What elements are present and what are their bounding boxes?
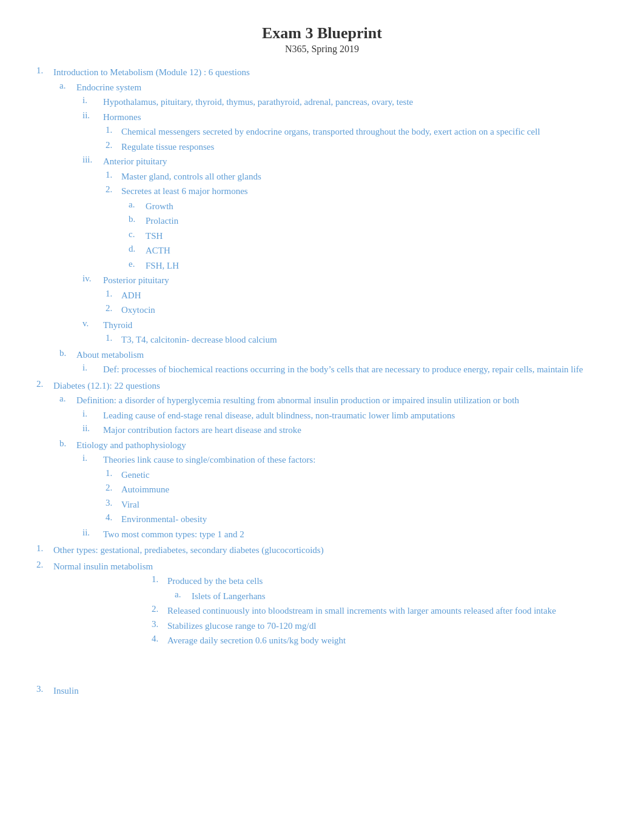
item-2b-i-2: 2. Autoimmune (106, 483, 608, 497)
item-2b-ii: ii. Two most common types: type 1 and 2 (82, 528, 608, 542)
item-1a-i-label: i. (82, 95, 99, 109)
section-1-subsections: a. Endocrine system i. Hypothalamus, pit… (36, 81, 608, 377)
item-1a-iii-2-c: c. TSH (129, 229, 608, 243)
item-1a-i-text: Hypothalamus, pituitary, thyroid, thymus… (103, 95, 608, 109)
item-1a-iii-2-a: a. Growth (129, 200, 608, 213)
subsection-1a-items: i. Hypothalamus, pituitary, thyroid, thy… (59, 95, 608, 347)
standalone-2-2: 2. Released continuously into bloodstrea… (152, 604, 608, 618)
section-1-text: Introduction to Metabolism (Module 12) :… (53, 65, 608, 79)
item-1a-iii-2-b: b. Prolactin (129, 214, 608, 228)
section-1: 1. Introduction to Metabolism (Module 12… (36, 65, 608, 377)
section-3: 3. Insulin (36, 684, 608, 698)
item-1a-ii-label: ii. (82, 110, 99, 124)
item-1a-v-1: 1. T3, T4, calcitonin- decrease blood ca… (106, 333, 608, 347)
item-2b-i-1: 1. Genetic (106, 468, 608, 482)
standalone-2-4: 4. Average daily secretion 0.6 units/kg … (152, 634, 608, 648)
item-1a-ii-text: Hormones (103, 110, 608, 124)
section-1-header: 1. Introduction to Metabolism (Module 12… (36, 65, 608, 79)
item-1a-iii-2-d: d. ACTH (129, 244, 608, 258)
page-title: Exam 3 Blueprint (36, 24, 608, 42)
section-2-text: Diabetes (12.1): 22 questions (53, 379, 608, 393)
standalone-2-1: 1. Produced by the beta cells a. Islets … (152, 574, 608, 603)
item-2a-ii: ii. Major contribution factors are heart… (82, 423, 608, 437)
standalone-2-1-a: a. Islets of Langerhans (175, 589, 608, 603)
standalone-2: 2. Normal insulin metabolism 1. Produced… (36, 560, 608, 648)
item-1a-iii-label: iii. (82, 155, 99, 169)
item-1a-iv-1: 1. ADH (106, 289, 608, 303)
item-1b-i: i. Def: processes of biochemical reactio… (82, 363, 608, 377)
item-1a-iii-text: Anterior pituitary (103, 155, 608, 169)
section-2: 2. Diabetes (12.1): 22 questions a. Defi… (36, 379, 608, 542)
standalone-1: 1. Other types: gestational, prediabetes… (36, 543, 608, 557)
page-subtitle: N365, Spring 2019 (36, 44, 608, 55)
subsection-1a-label: a. (59, 81, 73, 95)
item-1a-ii-1: 1. Chemical messengers secreted by endoc… (106, 125, 608, 139)
item-1a-v: v. Thyroid 1. T3, T4, calcitonin- decrea… (82, 318, 608, 347)
item-1a-ii-2: 2. Regulate tissue responses (106, 140, 608, 154)
section-2-header: 2. Diabetes (12.1): 22 questions (36, 379, 608, 393)
item-1a-i: i. Hypothalamus, pituitary, thyroid, thy… (82, 95, 608, 109)
subsection-1a: a. Endocrine system i. Hypothalamus, pit… (59, 81, 608, 347)
section-1-number: 1. (36, 65, 50, 79)
item-1a-iii-1: 1. Master gland, controls all other glan… (106, 170, 608, 184)
item-1a-iii: iii. Anterior pituitary 1. Master gland,… (82, 155, 608, 272)
subsection-2b: b. Etiology and pathophysiology i. Theor… (59, 438, 608, 542)
section-2-number: 2. (36, 379, 50, 393)
subsection-1b: b. About metabolism i. Def: processes of… (59, 348, 608, 377)
subsection-1a-text: Endocrine system (76, 81, 608, 95)
item-1a-ii-2-label: 2. (106, 140, 118, 154)
item-1a-ii-1-label: 1. (106, 125, 118, 139)
item-1a-iii-2: 2. Secretes at least 6 major hormones a.… (106, 184, 608, 272)
outline-container: 1. Introduction to Metabolism (Module 12… (36, 65, 608, 697)
item-1a-iv: iv. Posterior pituitary 1. ADH (82, 273, 608, 317)
item-2b-i-3: 3. Viral (106, 498, 608, 512)
item-1a-ii: ii. Hormones 1. Chemical messengers secr… (82, 110, 608, 154)
standalone-2-3: 3. Stabilizes glucose range to 70-120 mg… (152, 619, 608, 633)
item-1a-ii-2-text: Regulate tissue responses (121, 140, 608, 154)
item-2b-i-4: 4. Environmental- obesity (106, 512, 608, 526)
item-1a-iv-2: 2. Oxytocin (106, 303, 608, 317)
item-2b-i: i. Theories link cause to single/combina… (82, 453, 608, 526)
subsection-2a: a. Definition: a disorder of hyperglycem… (59, 394, 608, 437)
item-1a-ii-1-text: Chemical messengers secreted by endocrin… (121, 125, 608, 139)
item-1a-iii-2-e: e. FSH, LH (129, 259, 608, 273)
item-2a-i: i. Leading cause of end-stage renal dise… (82, 409, 608, 423)
